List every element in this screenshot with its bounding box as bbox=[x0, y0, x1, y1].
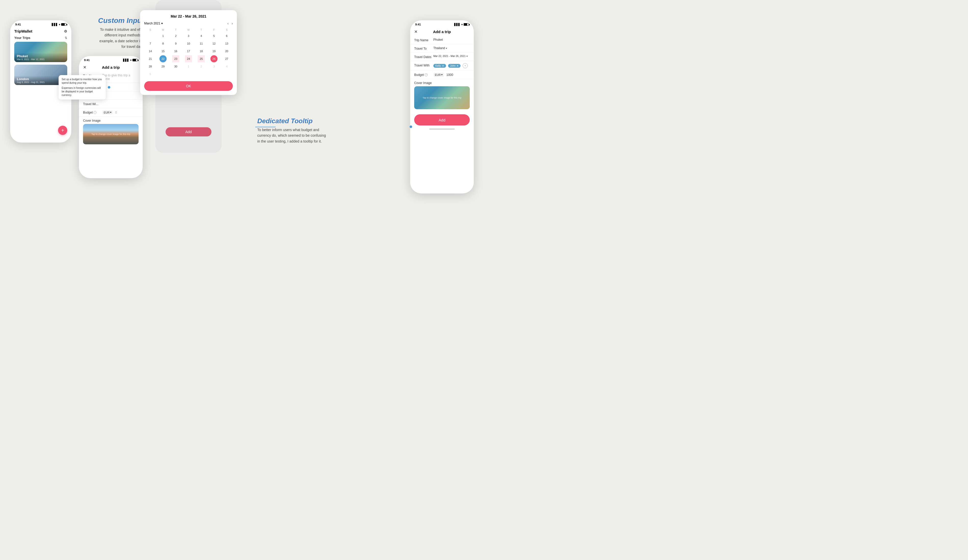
cal-day-2[interactable]: 2 bbox=[172, 32, 179, 40]
cal-day-30[interactable]: 30 bbox=[172, 63, 179, 70]
cover-image-box-3[interactable]: Tap to change cover image for this trip bbox=[414, 86, 470, 109]
cal-day-23[interactable]: 23 bbox=[172, 55, 179, 62]
tag-kelly-remove[interactable]: ✕ bbox=[442, 64, 444, 67]
connector-line-2 bbox=[255, 127, 276, 127]
cal-day-13[interactable]: 13 bbox=[223, 40, 230, 47]
trips-header: Your Trips ⇅ bbox=[14, 36, 67, 40]
budget-help-icon-3[interactable]: ? bbox=[424, 73, 428, 76]
tooltip-text-2: Expenses in foreign currencies will be d… bbox=[61, 86, 103, 97]
cal-day-6[interactable]: 6 bbox=[223, 32, 230, 40]
cal-day-21[interactable]: 21 bbox=[147, 55, 154, 62]
cal-day-16[interactable]: 16 bbox=[172, 48, 179, 55]
cal-day-28[interactable]: 28 bbox=[147, 63, 154, 70]
travel-dates-value-wrap-3[interactable]: Mar 22, 2021 - Mar 26, 2021 ▾ bbox=[433, 55, 468, 58]
cal-day-4[interactable]: 4 bbox=[198, 32, 205, 40]
trip-name-value-3[interactable]: Phuket bbox=[433, 38, 470, 41]
form-row-trip-name-3: Trip Name Phuket bbox=[410, 36, 474, 44]
time-3: 9:41 bbox=[415, 23, 421, 26]
close-button-3[interactable]: ✕ bbox=[414, 29, 418, 34]
travel-to-label-3: Travel To bbox=[414, 46, 433, 50]
currency-select-3[interactable]: EUR ▾ bbox=[433, 73, 444, 77]
budget-row-2: Budget ? EUR ▾ 0 bbox=[79, 108, 143, 117]
trip-dates-phuket: Mar 8, 2021 - Mar 12, 2021 bbox=[17, 58, 65, 61]
travel-to-value-3: Thailand bbox=[433, 46, 445, 50]
cal-day-19[interactable]: 19 bbox=[211, 48, 217, 55]
callout-2-body: To better inform users what budget and c… bbox=[257, 127, 326, 144]
cal-header-T2: T bbox=[195, 28, 207, 32]
cal-day-7[interactable]: 7 bbox=[147, 40, 154, 47]
close-button-2[interactable]: ✕ bbox=[83, 65, 86, 70]
trip-name-input-2[interactable]: Tap to give this trip a name bbox=[102, 74, 139, 81]
cover-label-3: Cover Image bbox=[414, 81, 470, 85]
cal-day-18[interactable]: 18 bbox=[198, 48, 205, 55]
bg-add-button[interactable]: Add bbox=[166, 127, 211, 136]
fab-add-trip[interactable]: + bbox=[58, 126, 67, 135]
cal-day-5[interactable]: 5 bbox=[211, 32, 217, 40]
time-1: 9:41 bbox=[15, 23, 21, 26]
budget-label-wrap-2: Budget ? bbox=[83, 111, 102, 114]
currency-select-2[interactable]: EUR ▾ bbox=[102, 110, 113, 114]
form-row-travel-to-3: Travel To Thailand ▾ bbox=[410, 44, 474, 53]
cal-header-S2: S bbox=[220, 28, 233, 32]
cal-day-apr4[interactable]: 4 bbox=[223, 63, 230, 70]
travel-with-label-2: Travel Wi... bbox=[83, 102, 102, 106]
modal-header-2: ✕ Add a trip bbox=[79, 63, 143, 71]
cal-header-F: F bbox=[208, 28, 220, 32]
add-travel-with-button[interactable]: + bbox=[462, 63, 468, 68]
cal-day-8[interactable]: 8 bbox=[159, 40, 167, 47]
trip-name-label-3: Trip Name bbox=[414, 38, 433, 42]
sort-icon[interactable]: ⇅ bbox=[65, 36, 67, 40]
budget-row-3: Budget ? EUR ▾ 1000 bbox=[410, 71, 474, 79]
travel-to-value-wrap-3[interactable]: Thailand ▾ bbox=[433, 46, 447, 50]
budget-input-3[interactable]: 1000 bbox=[446, 73, 453, 77]
currency-arrow-2: ▾ bbox=[110, 111, 111, 114]
app-title-1: TripWallet bbox=[14, 29, 32, 33]
budget-input-2[interactable]: 0 bbox=[115, 111, 117, 114]
cal-day-26[interactable]: 26 bbox=[211, 55, 217, 62]
cal-day-14[interactable]: 14 bbox=[147, 48, 154, 55]
cal-day-15[interactable]: 15 bbox=[159, 48, 167, 55]
gear-icon-1[interactable]: ⚙ bbox=[64, 29, 67, 33]
cal-day-20[interactable]: 20 bbox=[223, 48, 230, 55]
cal-day-27[interactable]: 27 bbox=[223, 55, 230, 62]
home-indicator-3 bbox=[429, 129, 455, 130]
cal-day-9[interactable]: 9 bbox=[172, 40, 179, 47]
calendar-ok-button[interactable]: OK bbox=[144, 81, 233, 91]
cal-next-arrow[interactable]: › bbox=[232, 21, 233, 25]
tag-kelly-label: Kelly bbox=[435, 64, 441, 67]
cover-label-2: Cover Image bbox=[83, 119, 139, 122]
currency-value-2: EUR bbox=[104, 111, 109, 114]
cover-image-box-2[interactable]: Tap to change cover image for this trip bbox=[83, 124, 139, 144]
page: 9:41 ▋▋▋ ▾ TripWallet ⚙ Your Trips ⇅ Phu… bbox=[0, 0, 484, 280]
budget-help-icon-2[interactable]: ? bbox=[93, 111, 96, 114]
tag-john-remove[interactable]: ✕ bbox=[456, 64, 459, 67]
cal-prev-arrow[interactable]: ‹ bbox=[227, 21, 229, 25]
tooltip-connector-dot bbox=[108, 86, 110, 89]
cal-header-M: M bbox=[157, 28, 169, 32]
cal-day-22[interactable]: 22 bbox=[159, 55, 167, 62]
cal-day-apr5[interactable]: 5 bbox=[147, 71, 154, 78]
connector-dot-2 bbox=[409, 126, 412, 128]
cal-day-17[interactable]: 17 bbox=[185, 48, 192, 55]
cal-day-12[interactable]: 12 bbox=[211, 40, 217, 47]
cal-day-apr1[interactable]: 1 bbox=[185, 63, 192, 70]
cal-day-11[interactable]: 11 bbox=[198, 40, 205, 47]
currency-value-3: EUR bbox=[435, 73, 441, 76]
budget-label-3: Budget bbox=[414, 73, 424, 77]
cal-day-apr2[interactable]: 2 bbox=[198, 63, 205, 70]
add-button-3[interactable]: Add bbox=[414, 114, 470, 126]
wifi-icon-1: ▾ bbox=[59, 23, 60, 26]
tag-john[interactable]: John ✕ bbox=[448, 64, 461, 68]
cal-day-29[interactable]: 29 bbox=[159, 63, 167, 70]
cal-month-dropdown-icon[interactable]: ▾ bbox=[161, 21, 163, 25]
trip-card-phuket[interactable]: Phuket Mar 8, 2021 - Mar 12, 2021 bbox=[14, 42, 67, 62]
travel-dates-dropdown-icon: ▾ bbox=[466, 55, 468, 58]
cal-day-1[interactable]: 1 bbox=[159, 32, 167, 40]
cal-day-apr3[interactable]: 3 bbox=[211, 63, 217, 70]
status-bar-2: 9:41 ▋▋▋ ▾ bbox=[79, 56, 143, 63]
cal-day-25[interactable]: 25 bbox=[198, 55, 205, 62]
cal-day-3[interactable]: 3 bbox=[185, 32, 192, 40]
cal-day-10[interactable]: 10 bbox=[185, 40, 192, 47]
cal-day-24[interactable]: 24 bbox=[185, 55, 192, 62]
tag-kelly[interactable]: Kelly ✕ bbox=[433, 64, 446, 68]
